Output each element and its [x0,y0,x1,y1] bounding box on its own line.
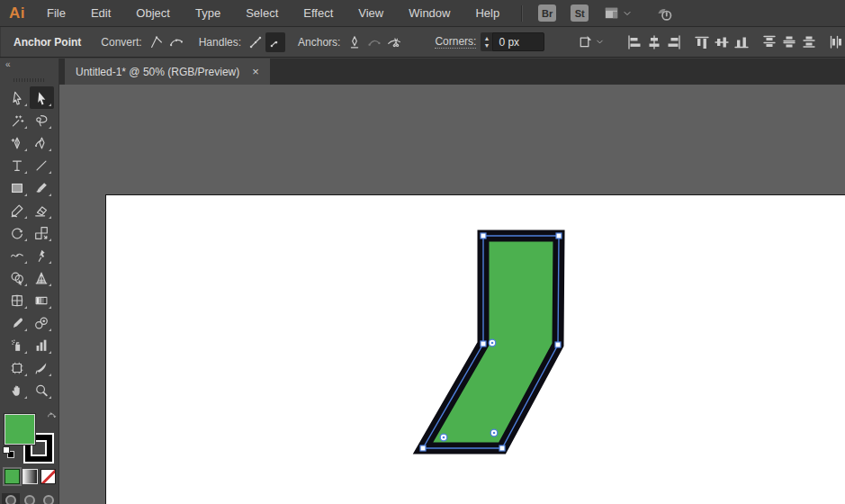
touch-workspace-icon[interactable] [654,4,674,23]
tool-perspective-grid[interactable] [30,266,54,289]
tool-zoom[interactable] [30,379,54,401]
menu-file[interactable]: File [34,6,78,20]
corners-group: Corners: ▲▼ [435,32,544,51]
show-handles-button[interactable] [246,32,265,52]
menu-type[interactable]: Type [183,6,233,20]
panel-grip[interactable] [0,27,1,57]
tools-grip[interactable] [13,78,46,82]
convert-to-smooth-button[interactable] [166,32,186,52]
draw-modes-row [2,493,58,504]
corners-stepper[interactable]: ▲▼ [481,32,492,51]
cut-path-button[interactable] [384,32,404,52]
app-logo[interactable]: Ai [5,4,34,22]
hide-handles-button[interactable] [265,32,285,52]
document-tab[interactable]: Untitled-1* @ 50% (RGB/Preview) × [65,58,270,85]
anchor-point[interactable] [555,342,561,347]
remove-anchor-button[interactable] [345,32,364,52]
menu-object[interactable]: Object [123,6,183,20]
tool-width[interactable] [5,244,30,266]
convert-to-corner-button[interactable] [147,32,166,52]
shape-builder-icon [9,270,25,286]
tool-lasso[interactable] [30,109,54,131]
document-area: Untitled-1* @ 50% (RGB/Preview) × [59,58,845,504]
dist-top-button[interactable] [760,32,779,52]
show-handles-icon [247,34,264,50]
tool-line-segment[interactable] [30,154,54,176]
canvas[interactable] [59,85,845,504]
align-h-center-button[interactable] [644,32,664,52]
tool-shaper[interactable] [5,199,30,221]
tool-puppet-warp[interactable] [30,244,54,266]
symbol-sprayer-icon [9,338,25,354]
menu-edit[interactable]: Edit [78,6,123,20]
color-button[interactable] [4,469,20,484]
menu-help[interactable]: Help [463,6,512,20]
fill-stroke-control [4,412,56,468]
tool-direct-selection[interactable] [30,86,54,109]
close-icon[interactable]: × [252,66,259,77]
stepper-down-icon[interactable]: ▼ [483,42,490,50]
tool-column-graph[interactable] [30,334,54,356]
align-right-button[interactable] [664,32,684,52]
menu-bar: Ai FileEditObjectTypeSelectEffectViewWin… [0,0,845,27]
none-button[interactable] [40,469,56,484]
dist-left-button[interactable] [827,32,845,52]
tool-curvature[interactable] [30,131,54,154]
chevron-down-icon [595,37,605,47]
tool-eyedropper[interactable] [5,311,30,334]
menu-effect[interactable]: Effect [291,6,346,20]
dist-v-center-button[interactable] [779,32,799,52]
align-left-button[interactable] [625,32,644,52]
anchor-point[interactable] [481,233,486,238]
magic-wand-icon [9,112,25,129]
tool-artboard[interactable] [5,356,30,379]
stepper-up-icon[interactable]: ▲ [483,35,490,42]
tool-pen[interactable] [5,131,30,154]
draw-inside-button[interactable] [40,493,58,504]
bridge-button[interactable]: Br [538,4,556,22]
convert-label: Convert: [101,36,141,49]
menu-select[interactable]: Select [233,6,291,20]
lasso-icon [33,112,49,129]
workspace-switcher-button[interactable] [603,4,633,22]
tool-mesh[interactable] [5,289,30,311]
default-fill-stroke-icon[interactable] [3,446,15,459]
gradient-button[interactable] [22,469,38,484]
tool-slice[interactable] [30,356,54,379]
handles-group: Handles: [199,32,285,52]
stock-button[interactable]: St [571,4,589,22]
tool-eraser[interactable] [30,199,54,221]
tool-blend[interactable] [30,311,54,334]
anchor-point[interactable] [556,233,562,238]
menu-window[interactable]: Window [396,6,463,20]
corners-input[interactable] [492,32,544,51]
draw-normal-button[interactable] [2,493,20,504]
corners-label[interactable]: Corners: [435,35,476,49]
menu-view[interactable]: View [346,6,396,20]
anchor-point[interactable] [499,446,505,451]
tool-symbol-sprayer[interactable] [5,334,30,356]
connect-anchors-button[interactable] [364,32,384,52]
tool-hand[interactable] [5,379,30,401]
anchor-point[interactable] [481,341,486,346]
align-bottom-button[interactable] [732,32,751,52]
tool-type[interactable] [5,154,30,176]
tool-paintbrush[interactable] [30,176,54,199]
draw-behind-button[interactable] [21,493,39,504]
align-top-button[interactable] [692,32,712,52]
menu-items: FileEditObjectTypeSelectEffectViewWindow… [34,6,512,20]
anchor-point[interactable] [420,446,426,451]
swap-fill-stroke-icon[interactable] [46,411,58,423]
tool-shape-builder[interactable] [5,266,30,289]
fill-swatch[interactable] [4,414,35,445]
collapse-panel-icon[interactable]: « [5,59,12,69]
tool-magic-wand[interactable] [5,109,30,131]
tool-rectangle[interactable] [5,176,30,199]
tool-rotate[interactable] [5,221,30,244]
tool-gradient[interactable] [30,289,54,311]
tool-selection[interactable] [5,86,30,109]
tool-scale[interactable] [30,221,54,244]
dist-bottom-button[interactable] [799,32,819,52]
align-v-center-button[interactable] [712,32,732,52]
isolate-selected-object-button[interactable] [577,33,605,50]
